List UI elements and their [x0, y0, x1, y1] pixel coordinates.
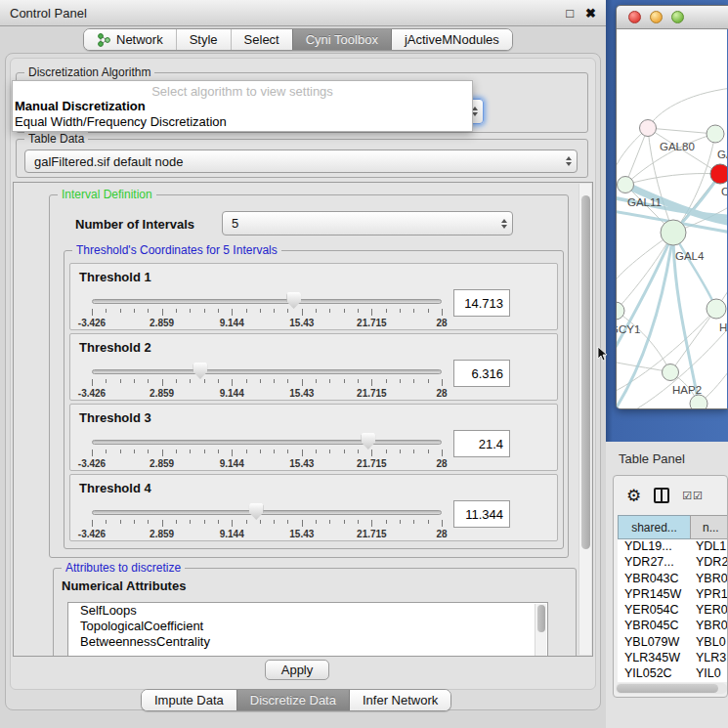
threshold-1-slider[interactable]: -3.4262.8599.14415.4321.71528: [92, 264, 442, 331]
list-item[interactable]: SelfLoops: [68, 603, 547, 619]
table-cell: YBR0: [690, 572, 728, 587]
tab-jactivemnodules[interactable]: jActiveMNodules: [391, 29, 512, 50]
tab-cyni-toolbox[interactable]: Cyni Toolbox: [292, 29, 391, 50]
table-cell: YDR27...: [618, 555, 690, 571]
slider-thumb[interactable]: [286, 292, 301, 309]
number-of-intervals-label: Number of Intervals: [75, 217, 194, 232]
table-panel-title: Table Panel: [619, 451, 685, 466]
slider-track[interactable]: [92, 369, 442, 374]
attribute-list-scrollbar[interactable]: [535, 604, 546, 657]
table-cell: YDR2: [690, 555, 728, 571]
apply-button[interactable]: Apply: [265, 660, 329, 680]
table-data-combobox-value: galFiltered.sif default node: [34, 154, 560, 169]
attributes-group: Attributes to discretize Numerical Attri…: [53, 568, 577, 657]
select-columns-icon[interactable]: ☑☑: [682, 490, 704, 502]
node-h[interactable]: [707, 299, 726, 319]
threshold-2-slider[interactable]: -3.4262.8599.14415.4321.71528: [92, 334, 442, 402]
table-cell: YIL0: [690, 666, 728, 682]
network-window-titlebar: [617, 6, 728, 29]
slider-thumb[interactable]: [193, 363, 207, 379]
tab-impute-data[interactable]: Impute Data: [142, 690, 236, 710]
threshold-1-row: Threshold 1 -3.4262.8599.14415.4321.7152…: [69, 263, 558, 330]
node-gcy1[interactable]: [617, 302, 624, 320]
node-gal80[interactable]: [640, 120, 657, 137]
table-horizontal-scrollbar[interactable]: [616, 683, 727, 694]
gear-icon[interactable]: ⚙: [626, 488, 641, 504]
slider-track[interactable]: [92, 510, 442, 515]
table-row[interactable]: YBL079WYBL0: [618, 635, 728, 651]
cyni-toolbox-panel: Discretization Algorithm Table Data galF…: [5, 53, 601, 710]
tab-select[interactable]: Select: [231, 29, 292, 50]
table-data-group: Table Data galFiltered.sif default node: [16, 139, 588, 178]
network-graph: GAL80 GA C GAL11 GAL4 GCY1 H HAP2: [617, 29, 727, 409]
tab-infer-network[interactable]: Infer Network: [349, 690, 450, 710]
number-of-intervals-combobox[interactable]: 5: [222, 211, 513, 236]
list-item[interactable]: BetweennessCentrality: [68, 634, 547, 650]
table-cell: YPR145W: [618, 587, 690, 603]
table-data-group-title: Table Data: [24, 132, 88, 146]
table-row[interactable]: YBR045CYBR0: [618, 619, 728, 634]
table-cell: YER0: [690, 603, 728, 619]
network-canvas[interactable]: GAL80 GA C GAL11 GAL4 GCY1 H HAP2: [617, 29, 727, 409]
column-header-shared-name[interactable]: shared...: [618, 515, 690, 539]
interval-definition-group: Interval Definition Number of Intervals …: [49, 194, 569, 558]
threshold-3-value-field[interactable]: 21.4: [453, 430, 510, 457]
application: Control Panel □ ✖ Network Style Select C…: [0, 0, 728, 728]
scrollbar-thumb[interactable]: [617, 684, 718, 693]
threshold-3-slider[interactable]: -3.4262.8599.14415.4321.71528: [92, 405, 442, 472]
list-item[interactable]: TopologicalCoefficient: [68, 619, 547, 634]
column-header-name[interactable]: n...: [690, 515, 728, 539]
option-equal-width-frequency[interactable]: Equal Width/Frequency Discretization: [13, 114, 472, 130]
network-view-window: GAL80 GA C GAL11 GAL4 GCY1 H HAP2: [616, 5, 728, 409]
tab-network[interactable]: Network: [84, 29, 176, 50]
slider-thumb[interactable]: [249, 503, 264, 520]
node-gal4[interactable]: [661, 220, 686, 245]
settings-vertical-scrollbar[interactable]: [578, 184, 591, 655]
table-cell: YBR043C: [618, 572, 690, 587]
node-partial[interactable]: [690, 395, 707, 409]
table-data-combobox[interactable]: galFiltered.sif default node: [24, 150, 578, 173]
table-toolbar: ⚙ ☑☑: [614, 476, 727, 515]
float-window-icon[interactable]: □: [566, 6, 574, 21]
node-label: GCY1: [617, 323, 640, 335]
table-cell: YDL19...: [618, 539, 690, 555]
threshold-coordinates-group-title: Threshold's Coordinates for 5 Intervals: [72, 243, 281, 257]
node-gal11[interactable]: [618, 177, 634, 193]
node-highlighted-red[interactable]: [710, 164, 727, 184]
table-row[interactable]: YDR27...YDR2: [618, 555, 728, 571]
mouse-cursor: [597, 346, 609, 362]
table-row[interactable]: YPR145WYPR1: [618, 587, 728, 603]
scrollbar-thumb[interactable]: [581, 195, 590, 549]
node-ga[interactable]: [707, 125, 724, 143]
tab-discretize-data[interactable]: Discretize Data: [236, 690, 349, 710]
scrollbar-thumb[interactable]: [537, 605, 545, 632]
threshold-1-value-field[interactable]: 14.713: [453, 289, 510, 317]
table-row[interactable]: YDL19...YDL1: [618, 539, 728, 555]
node-hap2[interactable]: [663, 364, 679, 381]
table-cell: YBR045C: [618, 619, 690, 634]
slider-thumb[interactable]: [361, 433, 375, 450]
close-traffic-icon[interactable]: [628, 11, 641, 23]
slider-ticks: [92, 520, 442, 528]
minimize-traffic-icon[interactable]: [650, 11, 663, 23]
table-row[interactable]: YLR345WYLR3: [618, 651, 728, 666]
table-row[interactable]: YBR043CYBR0: [618, 572, 728, 587]
close-icon[interactable]: ✖: [585, 6, 596, 21]
threshold-2-row: Threshold 2 -3.4262.8599.14415.4321.7152…: [69, 333, 558, 401]
node-label: GAL80: [660, 141, 695, 152]
settings-scroll-panel: Interval Definition Number of Intervals …: [13, 182, 593, 657]
threshold-4-value-field[interactable]: 11.344: [453, 500, 510, 528]
tab-style[interactable]: Style: [176, 29, 231, 50]
option-manual-discretization[interactable]: Manual Discretization: [13, 99, 472, 114]
threshold-2-value-field[interactable]: 6.316: [453, 360, 510, 387]
threshold-4-slider[interactable]: -3.4262.8599.14415.4321.71528: [92, 475, 442, 542]
table-row[interactable]: YER054CYER0: [618, 603, 728, 619]
table-row[interactable]: YIL052CYIL0: [618, 666, 728, 682]
tab-cyni-toolbox-label: Cyni Toolbox: [306, 32, 378, 47]
slider-track[interactable]: [92, 440, 442, 445]
slider-track[interactable]: [92, 299, 442, 304]
table-cell: YIL052C: [618, 666, 690, 682]
zoom-traffic-icon[interactable]: [671, 11, 684, 23]
slider-ticks: [92, 309, 442, 317]
columns-icon[interactable]: [654, 488, 669, 503]
